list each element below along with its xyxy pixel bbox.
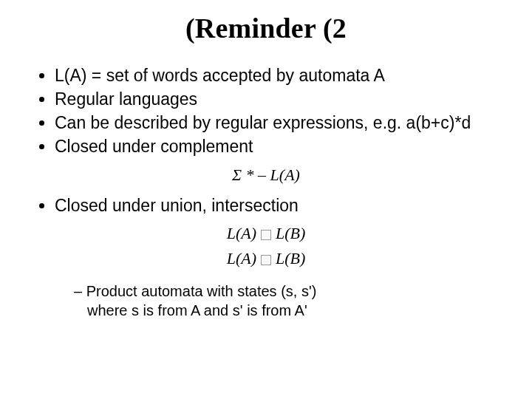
- sub-text-line1: Product automata with states (s, s'): [86, 283, 317, 299]
- formula-left: L(A): [227, 224, 256, 242]
- bullet-text: Closed under complement: [55, 137, 253, 156]
- slide: (Reminder (2 L(A) = set of words accepte…: [0, 0, 532, 399]
- operator-placeholder-icon: [261, 230, 271, 240]
- formula-text: Σ * – L(A): [22, 166, 510, 185]
- bullet-text: Regular languages: [55, 89, 197, 109]
- bullet-text: Closed under union, intersection: [55, 196, 299, 215]
- formula-complement: Σ * – L(A): [22, 166, 510, 185]
- list-item: Can be described by regular expressions,…: [55, 112, 510, 134]
- sub-text-line2: where s is from A and s' is from A': [74, 301, 510, 320]
- list-item: Product automata with states (s, s') whe…: [74, 282, 510, 320]
- list-item: Closed under union, intersection: [55, 195, 510, 217]
- list-item: Closed under complement: [55, 136, 510, 158]
- formula-line: L(A)L(B): [22, 224, 510, 243]
- formula-right: L(B): [276, 249, 305, 267]
- bullet-list-2: Closed under union, intersection: [22, 195, 510, 217]
- formula-right: L(B): [276, 224, 305, 242]
- slide-title: (Reminder (2: [22, 12, 510, 44]
- formula-left: L(A): [227, 249, 256, 267]
- bullet-text: L(A) = set of words accepted by automata…: [55, 66, 385, 85]
- list-item: L(A) = set of words accepted by automata…: [55, 65, 510, 87]
- bullet-text: Can be described by regular expressions,…: [55, 113, 471, 132]
- sub-bullet-list: Product automata with states (s, s') whe…: [22, 282, 510, 320]
- formula-union-intersection: L(A)L(B) L(A)L(B): [22, 224, 510, 268]
- operator-placeholder-icon: [261, 255, 271, 265]
- list-item: Regular languages: [55, 89, 510, 111]
- formula-line: L(A)L(B): [22, 249, 510, 268]
- bullet-list-1: L(A) = set of words accepted by automata…: [22, 65, 510, 158]
